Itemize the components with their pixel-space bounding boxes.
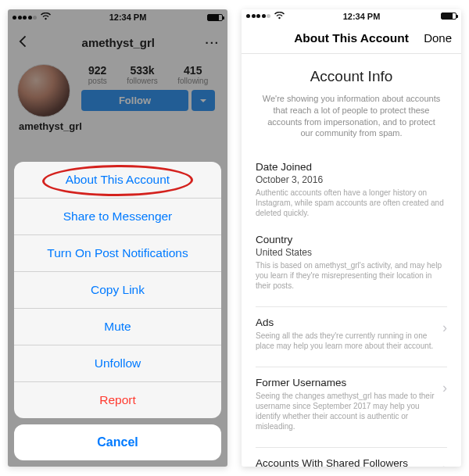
account-info-title: Account Info [256, 68, 447, 85]
action-report[interactable]: Report [14, 381, 221, 418]
row-shared-followers[interactable]: Accounts With Shared Followers Seeing th… [256, 447, 447, 467]
phone-about-this-account: 12:34 PM About This Account Done Account… [242, 9, 461, 467]
date-joined-value: October 3, 2016 [256, 174, 447, 185]
shared-followers-heading: Accounts With Shared Followers [256, 457, 436, 467]
block-country: Country United States This is based on a… [256, 234, 447, 291]
battery-icon [441, 13, 456, 20]
action-mute[interactable]: Mute [14, 308, 221, 345]
action-sheet: About This Account Share to Messenger Tu… [14, 162, 221, 460]
action-turn-on-post-notifications[interactable]: Turn On Post Notifications [14, 234, 221, 271]
country-value: United States [256, 247, 447, 258]
signal-dots-icon [246, 14, 270, 18]
about-nav-title: About This Account [294, 31, 409, 45]
chevron-right-icon: › [436, 317, 447, 336]
action-copy-link[interactable]: Copy Link [14, 271, 221, 308]
about-nav: About This Account Done [242, 23, 461, 54]
row-former-usernames[interactable]: Former Usernames Seeing the changes amet… [256, 367, 447, 431]
country-note: This is based on amethyst_grl's activity… [256, 260, 447, 291]
wifi-icon [274, 12, 285, 21]
chevron-right-icon: › [436, 377, 447, 396]
action-share-to-messenger[interactable]: Share to Messenger [14, 198, 221, 234]
phone-profile-with-action-sheet: 12:34 PM amethyst_grl ··· 922 posts [8, 9, 227, 467]
action-about-this-account[interactable]: About This Account [14, 162, 221, 198]
country-heading: Country [256, 234, 447, 245]
date-joined-heading: Date Joined [256, 161, 447, 173]
ads-heading: Ads [256, 317, 436, 328]
block-date-joined: Date Joined October 3, 2016 Authentic ac… [256, 161, 447, 218]
ads-note: Seeing all the ads they're currently run… [256, 331, 436, 351]
about-scroll-area[interactable]: Account Info We're showing you informati… [242, 54, 461, 467]
date-joined-note: Authentic accounts often have a longer h… [256, 188, 447, 218]
action-unfollow[interactable]: Unfollow [14, 345, 221, 381]
done-button[interactable]: Done [424, 31, 452, 45]
status-time: 12:34 PM [285, 12, 439, 21]
action-cancel[interactable]: Cancel [14, 424, 221, 460]
former-usernames-heading: Former Usernames [256, 377, 436, 388]
chevron-right-icon: › [436, 457, 447, 467]
action-sheet-group: About This Account Share to Messenger Tu… [14, 162, 221, 418]
row-ads[interactable]: Ads Seeing all the ads they're currently… [256, 306, 447, 351]
former-usernames-note: Seeing the changes amethyst_grl has made… [256, 391, 436, 431]
account-info-intro: We're showing you information about acco… [256, 93, 447, 139]
status-bar: 12:34 PM [242, 9, 461, 23]
